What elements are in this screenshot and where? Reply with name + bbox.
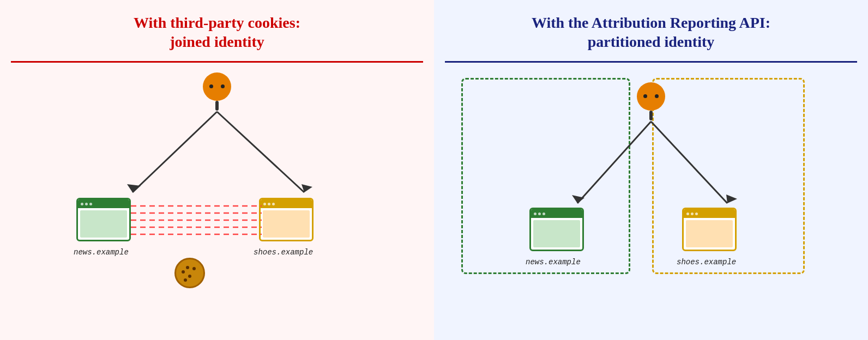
left-divider [11, 61, 423, 63]
dot1 [81, 203, 83, 205]
left-person-neck [215, 101, 219, 111]
dot6 [272, 203, 275, 205]
chip5 [192, 267, 196, 270]
dot7 [534, 212, 537, 215]
dot5 [268, 203, 270, 205]
svg-line-0 [132, 112, 217, 192]
left-browser-news-topbar [78, 199, 129, 208]
dot12 [695, 212, 698, 215]
right-person [637, 82, 665, 120]
right-panel: With the Attribution Reporting API: part… [434, 0, 868, 340]
chip1 [186, 266, 189, 269]
left-browser-shoes-topbar [261, 199, 312, 208]
right-title-line1: With the Attribution Reporting API: [532, 14, 770, 31]
right-divider [445, 61, 857, 63]
right-shoes-label: shoes.example [677, 258, 736, 266]
left-panel-title: With third-party cookies: joined identit… [134, 13, 300, 51]
chip2 [182, 270, 185, 274]
left-dashes-svg [131, 198, 262, 241]
left-title-line2: joined identity [170, 33, 264, 50]
svg-marker-1 [127, 184, 141, 192]
left-browser-shoes-content [263, 210, 310, 238]
left-browser-news-content [80, 210, 127, 238]
left-news-label: news.example [74, 248, 129, 257]
left-diagram: news.example shoes.example [11, 72, 423, 329]
right-diagram: news.example shoes.example [445, 72, 857, 329]
right-title-line2: partitioned identity [588, 33, 715, 50]
chip4 [184, 278, 187, 282]
cookie-icon [174, 258, 205, 288]
left-shoes-label: shoes.example [254, 248, 313, 257]
dot11 [691, 212, 694, 215]
left-panel: With third-party cookies: joined identit… [0, 0, 434, 340]
svg-marker-3 [302, 184, 312, 192]
dot9 [542, 212, 545, 215]
right-panel-title: With the Attribution Reporting API: part… [532, 13, 770, 51]
dot8 [538, 212, 541, 215]
left-person-head [203, 72, 231, 101]
left-title-line1: With third-party cookies: [134, 14, 300, 31]
right-news-label: news.example [526, 258, 581, 266]
right-browser-news-content [533, 220, 580, 247]
right-browser-shoes-content [686, 220, 733, 247]
svg-line-2 [217, 112, 304, 192]
left-browser-news [76, 198, 131, 241]
right-person-neck [649, 111, 653, 120]
right-browser-news-topbar [531, 209, 582, 218]
left-person [203, 72, 231, 111]
right-person-head [637, 82, 665, 111]
right-browser-shoes-topbar [684, 209, 735, 218]
right-browser-news [529, 208, 584, 251]
right-browser-shoes [682, 208, 737, 251]
dot2 [85, 203, 88, 205]
dot3 [89, 203, 92, 205]
dot4 [263, 203, 266, 205]
left-browser-shoes [259, 198, 314, 241]
dot10 [686, 212, 689, 215]
chip3 [188, 275, 191, 278]
